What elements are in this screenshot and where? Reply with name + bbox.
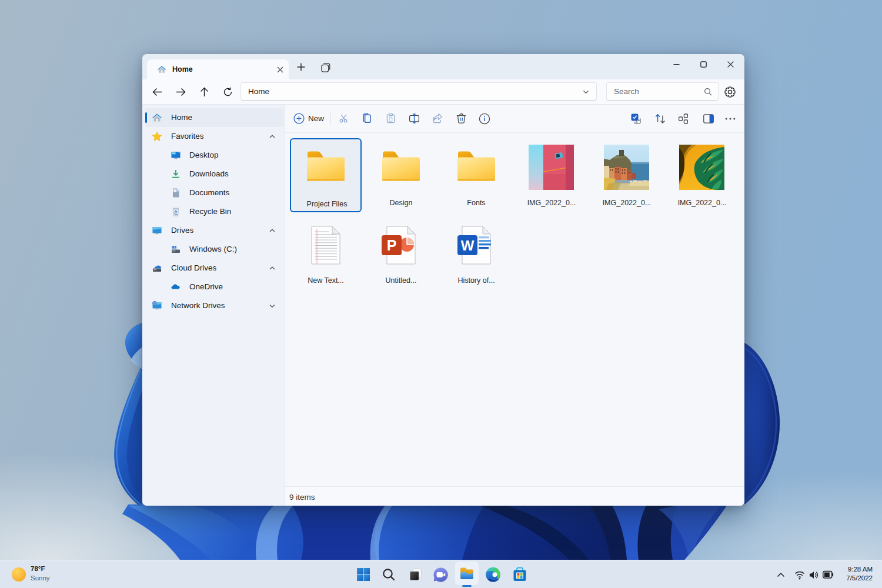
svg-text:W: W	[461, 238, 475, 253]
svg-text:P: P	[387, 237, 397, 253]
